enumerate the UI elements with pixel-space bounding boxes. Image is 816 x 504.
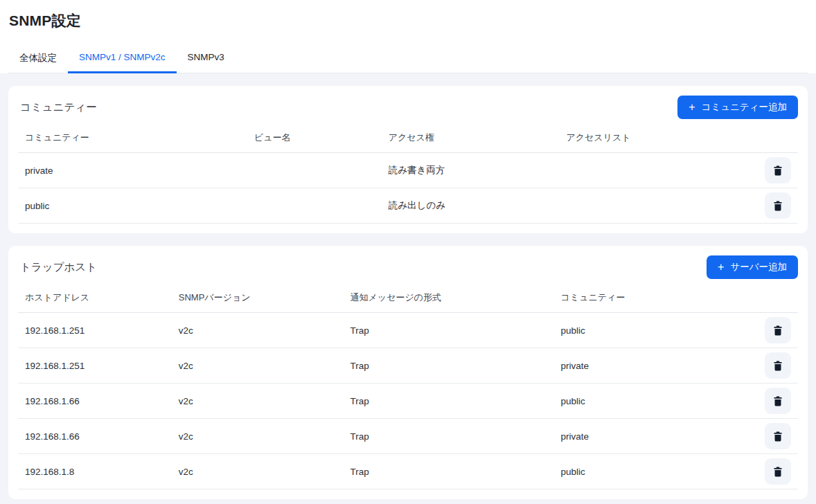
host-address-cell: 192.168.1.66 [18, 384, 172, 419]
delete-community-button[interactable] [765, 192, 791, 219]
add-server-button-label: サーバー追加 [730, 261, 787, 273]
host-address-cell: 192.168.1.66 [18, 419, 172, 454]
column-header-actions [754, 285, 798, 313]
community-cell: public [554, 313, 754, 348]
message-format-cell: Trap [344, 419, 554, 454]
trash-icon [772, 395, 783, 406]
column-header-message-format: 通知メッセージの形式 [344, 285, 554, 313]
delete-server-button[interactable] [765, 352, 791, 379]
column-header-community: コミュニティー [554, 285, 754, 313]
table-row: 192.168.1.251 v2c Trap public [18, 313, 798, 348]
table-row: 192.168.1.8 v2c Trap public [18, 454, 798, 489]
trap-host-section-title: トラップホスト [18, 260, 97, 275]
table-row: public 読み出しのみ [18, 188, 798, 224]
table-row: 192.168.1.66 v2c Trap private [18, 419, 798, 454]
tab-general-settings[interactable]: 全体設定 [8, 44, 68, 73]
delete-server-button[interactable] [765, 458, 791, 485]
tab-bar: 全体設定 SNMPv1 / SNMPv2c SNMPv3 [8, 44, 808, 73]
column-header-host-address: ホストアドレス [18, 285, 172, 313]
trap-host-section-header: トラップホスト + サーバー追加 [18, 255, 798, 279]
access-right-cell: 読み書き両方 [382, 153, 560, 188]
delete-community-button[interactable] [765, 157, 791, 183]
community-section: コミュニティー + コミュニティー追加 コミュニティー ビュー名 アクセス権 ア… [8, 86, 808, 233]
add-community-button[interactable]: + コミュニティー追加 [677, 96, 798, 119]
table-row: 192.168.1.251 v2c Trap private [18, 348, 798, 384]
column-header-snmp-version: SNMPバージョン [172, 285, 344, 313]
delete-server-button[interactable] [765, 423, 791, 449]
host-address-cell: 192.168.1.251 [18, 313, 172, 348]
community-cell: public [554, 384, 754, 419]
view-name-cell [247, 188, 382, 224]
trash-icon [772, 360, 783, 371]
snmp-version-cell: v2c [172, 313, 344, 348]
column-header-view-name: ビュー名 [247, 125, 382, 153]
access-list-cell [559, 188, 754, 224]
snmp-version-cell: v2c [172, 348, 344, 384]
column-header-access-right: アクセス権 [382, 125, 560, 153]
delete-server-button[interactable] [765, 317, 791, 343]
message-format-cell: Trap [344, 313, 554, 348]
page-title: SNMP設定 [9, 11, 816, 30]
trap-host-section: トラップホスト + サーバー追加 ホストアドレス SNMPバージョン 通知メッセ… [8, 246, 808, 499]
message-format-cell: Trap [344, 348, 554, 384]
delete-server-button[interactable] [765, 388, 791, 414]
tab-snmpv1-snmpv2c[interactable]: SNMPv1 / SNMPv2c [68, 44, 177, 73]
access-list-cell [559, 153, 754, 188]
message-format-cell: Trap [344, 454, 554, 489]
trap-host-table-header-row: ホストアドレス SNMPバージョン 通知メッセージの形式 コミュニティー [18, 285, 798, 313]
trash-icon [772, 200, 783, 211]
message-format-cell: Trap [344, 384, 554, 419]
add-server-button[interactable]: + サーバー追加 [707, 255, 798, 279]
trash-icon [772, 431, 783, 442]
column-header-community: コミュニティー [18, 125, 247, 153]
community-table: コミュニティー ビュー名 アクセス権 アクセスリスト private 読み書き両… [18, 125, 798, 224]
community-cell: public [18, 188, 247, 224]
community-table-header-row: コミュニティー ビュー名 アクセス権 アクセスリスト [18, 125, 798, 153]
community-cell: private [554, 348, 754, 384]
community-cell: public [554, 454, 754, 489]
access-right-cell: 読み出しのみ [382, 188, 560, 224]
community-section-title: コミュニティー [18, 100, 97, 115]
view-name-cell [247, 153, 382, 188]
community-section-header: コミュニティー + コミュニティー追加 [18, 96, 798, 119]
page-header: SNMP設定 全体設定 SNMPv1 / SNMPv2c SNMPv3 [0, 0, 816, 73]
host-address-cell: 192.168.1.251 [18, 348, 172, 384]
trash-icon [772, 466, 783, 477]
table-row: 192.168.1.66 v2c Trap public [18, 384, 798, 419]
add-community-button-label: コミュニティー追加 [702, 101, 787, 114]
host-address-cell: 192.168.1.8 [18, 454, 172, 489]
plus-icon: + [718, 262, 724, 273]
plus-icon: + [689, 102, 695, 113]
trap-host-table: ホストアドレス SNMPバージョン 通知メッセージの形式 コミュニティー 192… [18, 285, 798, 489]
snmp-version-cell: v2c [172, 454, 344, 489]
trash-icon [772, 165, 783, 176]
column-header-actions [754, 125, 798, 153]
snmp-version-cell: v2c [172, 419, 344, 454]
column-header-access-list: アクセスリスト [559, 125, 754, 153]
community-cell: private [554, 419, 754, 454]
trash-icon [772, 325, 783, 336]
tab-snmpv3[interactable]: SNMPv3 [177, 44, 236, 73]
snmp-version-cell: v2c [172, 384, 344, 419]
community-cell: private [18, 153, 247, 188]
table-row: private 読み書き両方 [18, 153, 798, 188]
